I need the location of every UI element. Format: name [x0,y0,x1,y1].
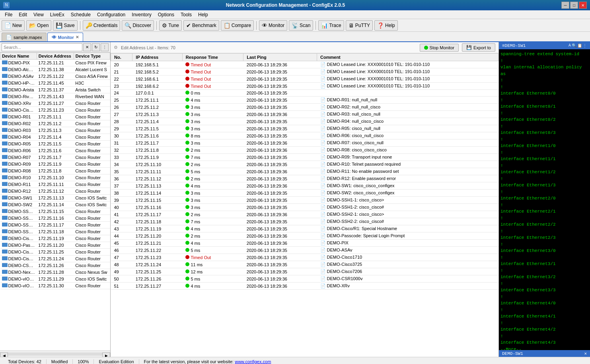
device-row[interactable]: DEMO-CSR10... 172.25.11.26 Cisco Router [0,262,110,269]
device-row[interactable]: DEMO-R06 172.25.11.6 Cisco Router [0,147,110,154]
monitor-row[interactable]: 42 172.25.11.18 7 ms 2020-06-13 18:29:35… [111,218,498,225]
monitor-row[interactable]: 32 172.25.11.8 2 ms 2020-06-13 18:29:36 … [111,147,498,154]
device-row[interactable]: DEMO-ASAv 172.25.11.22 Cisco ASA Firew [0,73,110,80]
menu-item-view[interactable]: View [30,11,47,18]
device-row[interactable]: DEMO-vIOS-L2 172.25.11.29 Cisco IOS Swit… [0,276,110,283]
menu-item-options[interactable]: Options [155,11,177,18]
monitor-row[interactable]: 22 192.168.6.1 Timed Out 2020-06-13 18:2… [111,76,498,83]
monitor-row[interactable]: 29 172.25.11.5 3 ms 2020-06-13 18:29:35 … [111,125,498,132]
device-row[interactable]: DEMO-Cisco1... 172.25.11.23 Cisco Router [0,107,110,114]
monitor-row[interactable]: 41 172.25.11.17 2 ms 2020-06-13 18:29:36… [111,211,498,218]
device-row[interactable]: DEMO-R01 172.25.11.1 Cisco Router [0,114,110,120]
device-row[interactable]: DEMO-R08 172.25.11.8 Cisco Router [0,168,110,174]
monitor-row[interactable]: 36 172.25.11.12 2 ms 2020-06-13 18:29:35… [111,175,498,182]
toolbar-btn-save[interactable]: 💾Save [53,20,77,31]
right-panel-close[interactable]: ✕ [584,351,587,356]
device-row[interactable]: DEMO-SSH1-2 172.25.11.16 Cisco Router [0,215,110,222]
maximize-button[interactable]: □ [570,2,578,9]
toolbar-btn-tune[interactable]: ⚙Tune [159,20,182,31]
device-row[interactable]: DEMO-SW1 172.25.11.13 Cisco IOS Switc [0,195,110,201]
menu-item-schedule[interactable]: Schedule [68,11,94,18]
device-row[interactable]: DEMO-Alcatel... 172.25.11.38 Alcatel Luc… [0,66,110,73]
monitor-row[interactable]: 30 172.25.11.6 8 ms 2020-06-13 18:29:35 … [111,132,498,139]
device-row[interactable]: DEMO-SSH1-1 172.25.11.15 Cisco Router [0,208,110,215]
minimize-button[interactable]: ─ [561,2,569,9]
menu-item-liveex[interactable]: LiveEx [47,11,68,18]
monitor-row[interactable]: 26 172.25.11.2 3 ms 2020-06-13 18:29:35 … [111,104,498,111]
toolbar-btn-putty[interactable]: 🖥PuTTY [346,20,373,31]
device-row[interactable]: DEMO-R03 172.25.11.3 Cisco Router [0,127,110,134]
device-row[interactable]: DEMO-R11 172.25.11.11 Cisco Router [0,181,110,188]
device-row[interactable]: DEMO-Cisco7... 172.25.11.25 Cisco Router [0,249,110,256]
tab-sample.mapex[interactable]: 📄sample.mapex [2,33,47,41]
tab-monitor[interactable]: 👁Monitor✕ [47,33,83,41]
monitor-row[interactable]: 37 172.25.11.13 4 ms 2020-06-13 18:29:36… [111,182,498,190]
device-row[interactable]: DEMO-R02 172.25.11.2 Cisco Router [0,120,110,127]
monitor-row[interactable]: 23 192.168.6.2 Timed Out 2020-06-13 18:2… [111,83,498,90]
menu-item-edit[interactable]: Edit [16,11,30,18]
monitor-row[interactable]: 40 172.25.11.16 3 ms 2020-06-13 18:29:35… [111,204,498,211]
toolbar-btn-help[interactable]: ❓Help [374,20,398,31]
device-row[interactable]: DEMO-SSH2-2 172.25.11.18 Cisco Router [0,228,110,235]
menu-item-tools[interactable]: Tools [177,11,195,18]
monitor-row[interactable]: 24 127.0.0.1 0 ms 2020-06-13 18:29:35 [111,90,498,97]
monitor-row[interactable]: 46 172.25.11.22 5 ms 2020-06-13 18:29:35… [111,247,498,254]
monitor-row[interactable]: 33 172.25.11.9 7 ms 2020-06-13 18:29:35 … [111,154,498,161]
monitor-row[interactable]: 35 172.25.11.11 5 ms 2020-06-13 18:29:36… [111,168,498,175]
device-row[interactable]: DEMO-XRv 172.25.11.27 Cisco Router [0,100,110,107]
device-row[interactable]: DEMO-R07 172.25.11.7 Cisco Router [0,154,110,161]
monitor-row[interactable]: 21 192.168.5.2 Timed Out 2020-06-13 18:2… [111,68,498,76]
monitor-row[interactable]: 28 172.25.11.4 3 ms 2020-06-13 18:29:35 … [111,118,498,125]
device-row[interactable]: DEMO-R05 172.25.11.5 Cisco Router [0,141,110,147]
device-row[interactable]: DEMO-R12 172.25.11.12 Cisco Router [0,188,110,195]
close-button[interactable]: ✕ [579,2,587,9]
device-row[interactable]: DEMO-vIOS-L3 172.25.11.30 Cisco Router [0,283,110,289]
monitor-row[interactable]: 44 172.25.11.20 2 ms 2020-06-13 18:29:36… [111,232,498,240]
monitor-row[interactable]: 50 172.25.11.26 5 ms 2020-06-13 18:29:36… [111,275,498,283]
monitor-row[interactable]: 34 172.25.11.10 2 ms 2020-06-13 18:29:35… [111,161,498,168]
search-input[interactable] [2,43,82,51]
toolbar-btn-discover[interactable]: 🔍Discover [122,20,154,31]
rpanel-toolbar-btn[interactable]: A [569,43,571,48]
menu-item-file[interactable]: File [2,11,16,18]
clear-search-button[interactable]: ✕ [83,43,91,51]
stop-monitor-button[interactable]: Stop Monitor [420,44,459,52]
device-row[interactable]: DEMO-R10 172.25.11.10 Cisco Router [0,174,110,181]
monitor-row[interactable]: 45 172.25.11.21 4 ms 2020-06-13 18:29:36… [111,240,498,247]
menu-item-inventory[interactable]: Inventory [129,11,154,18]
toolbar-btn-scan[interactable]: 📡Scan [289,20,313,31]
device-row[interactable]: DEMO-R09 172.25.11.9 Cisco Router [0,161,110,168]
toolbar-btn-benchmark[interactable]: ✔Benchmark [183,20,219,31]
monitor-row[interactable]: 27 172.25.11.3 3 ms 2020-06-13 18:29:36 … [111,111,498,118]
device-row[interactable]: DEMO-PIX 172.25.11.21 Cisco PIX Firew [0,60,110,66]
monitor-row[interactable]: 39 172.25.11.15 3 ms 2020-06-13 18:29:35… [111,197,498,204]
website-link[interactable]: www.configex.com [235,359,271,364]
device-row[interactable]: DEMO-SW2 172.25.11.14 Cisco IOS Switc [0,201,110,208]
monitor-row[interactable]: 38 172.25.11.14 3 ms 2020-06-13 18:29:35… [111,190,498,197]
monitor-row[interactable]: 49 172.25.11.25 12 ms 2020-06-13 18:29:3… [111,268,498,275]
monitor-row[interactable]: 43 172.25.11.19 4 ms 2020-06-13 18:29:35… [111,225,498,232]
device-row[interactable]: DEMO-HP-VS... 172.25.11.45 H3C [0,80,110,87]
monitor-row[interactable]: 31 172.25.11.7 3 ms 2020-06-13 18:29:36 … [111,139,498,147]
toolbar-btn-compare[interactable]: 📋Compare [221,20,254,31]
device-row[interactable]: DEMO-Arista 172.25.11.37 Arista Switch [0,87,110,93]
toolbar-btn-trace[interactable]: 📊Trace [318,20,344,31]
device-row[interactable]: DEMO-R04 172.25.11.4 Cisco Router [0,134,110,141]
toolbar-btn-credentials[interactable]: 🔑Credentials [83,20,121,31]
tab-close-1[interactable]: ✕ [76,35,79,39]
device-row[interactable]: DEMO-Cisco3... 172.25.11.24 Cisco Router [0,256,110,262]
expand-button[interactable]: ⋮ [101,43,109,51]
menu-item-configuration[interactable]: Configuration [94,11,129,18]
monitor-row[interactable]: 48 172.25.11.24 11 ms 2020-06-13 18:29:3… [111,261,498,268]
monitor-row[interactable]: 20 192.168.5.1 Timed Out 2020-06-13 18:2… [111,61,498,68]
refresh-button[interactable]: ↻ [92,43,100,51]
monitor-row[interactable]: 51 172.25.11.27 4 ms 2020-06-13 18:29:36… [111,283,498,290]
toolbar-btn-open[interactable]: 📂Open [26,20,51,31]
monitor-row[interactable]: 47 172.25.11.23 Timed Out 2020-06-13 18:… [111,254,498,261]
rpanel-search-btn[interactable]: 🔍 [572,43,576,48]
export-button[interactable]: 💾 Export to [462,43,495,52]
device-row[interactable]: DEMO-SSH2-1 172.25.11.17 Cisco Router [0,222,110,228]
device-row[interactable]: DEMO-Riverbed 172.25.11.43 Riverbed WAN [0,93,110,100]
monitor-table-container[interactable]: No. IP Address Response Time Last Ping C… [111,53,498,357]
toolbar-btn-monitor[interactable]: 👁Monitor [259,20,287,31]
